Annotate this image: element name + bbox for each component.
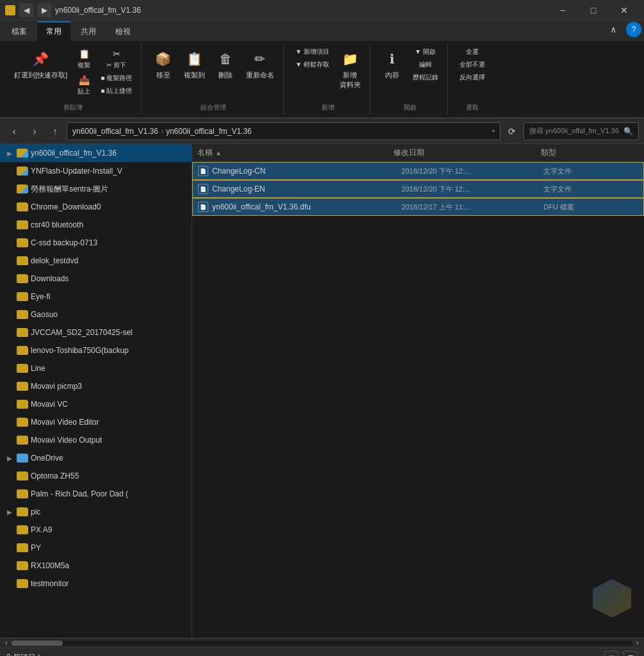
select-all-button[interactable]: 全選 — [456, 46, 489, 58]
sidebar-item-optoma[interactable]: Optoma ZH55 — [0, 467, 192, 485]
sidebar-item-eyefi[interactable]: Eye-fi — [0, 288, 192, 306]
sidebar-item-pxa9[interactable]: PX A9 — [0, 521, 192, 539]
close-button[interactable]: ✕ — [609, 0, 639, 20]
sidebar-item-gaosuo[interactable]: Gaosuo — [0, 306, 192, 324]
sidebar-item-csr40[interactable]: csr40 bluetooth — [0, 216, 192, 234]
folder-icon — [17, 167, 28, 176]
minimize-button[interactable]: − — [548, 0, 577, 20]
sidebar-item-onedrive[interactable]: ▶ OneDrive — [0, 449, 192, 467]
refresh-button[interactable]: ⟳ — [503, 122, 521, 140]
paste-shortcut-button[interactable]: ■ 貼上捷徑 — [97, 85, 136, 97]
chevron-icon: ▶ — [5, 509, 14, 516]
select-none-button[interactable]: 全部不選 — [456, 59, 489, 70]
paste-button[interactable]: 📥 貼上 — [74, 72, 94, 97]
sidebar-item-chrome[interactable]: Chrome_Download0 — [0, 198, 192, 216]
up-button[interactable]: ↑ — [46, 122, 64, 140]
sidebar-item-labor[interactable]: 勞務報酬單sentra-圖片 — [0, 180, 192, 198]
sidebar-item-lenovo[interactable]: lenovo-Toshiba750G(backup — [0, 341, 192, 359]
delete-button[interactable]: 🗑 刪除 — [211, 46, 240, 83]
scroll-thumb[interactable] — [12, 641, 63, 646]
copy-path-button[interactable]: ■ 複製路徑 — [97, 72, 136, 84]
path-part-1: yn600ii_offical_fm_V1.36 — [72, 127, 158, 136]
new-folder-button[interactable]: 📁 新增資料夾 — [336, 46, 365, 92]
edit-button[interactable]: 編輯 — [409, 59, 442, 70]
file-row[interactable]: 📄 yn600ii_offical_fm_V1.36.dfu 2018/12/1… — [192, 198, 644, 216]
sidebar-item-delok[interactable]: delok_testdvd — [0, 252, 192, 270]
sidebar-item-cssd[interactable]: C-ssd backup-0713 — [0, 234, 192, 252]
pin-to-quickaccess-button[interactable]: 📌 釘選到[快速存取] — [10, 46, 71, 83]
scroll-left-button[interactable]: ‹ — [1, 638, 12, 648]
search-box[interactable]: 搜尋 yn600ii_offal_fm_V1.36 🔍 — [524, 122, 639, 140]
sidebar-tree: ▶ yn600ii_offical_fm_V1.36 YNFlash-Updat… — [0, 144, 192, 637]
sidebar-item-line[interactable]: Line — [0, 359, 192, 377]
title-nav-back[interactable]: ◀ — [19, 3, 33, 17]
scroll-right-button[interactable]: › — [632, 638, 643, 648]
cut-button[interactable]: ✂ ✂ 剪下 — [97, 46, 136, 71]
tab-file[interactable]: 檔案 — [3, 22, 36, 41]
file-row[interactable]: 📄 ChangeLog-EN 2018/12/20 下午 12:... 文字文件 — [192, 180, 644, 198]
easy-access-button[interactable]: ▼ 輕鬆存取 — [292, 59, 333, 70]
sidebar-item-testmonitor[interactable]: testmonitor — [0, 575, 192, 593]
sidebar-item-palm[interactable]: Palm - Rich Dad, Poor Dad ( — [0, 485, 192, 503]
col-header-date[interactable]: 修改日期 — [393, 147, 541, 158]
help-button[interactable]: ? — [626, 22, 641, 37]
window-title: yn600ii_offical_fm_V1.36 — [55, 6, 141, 15]
forward-button[interactable]: › — [26, 122, 44, 140]
rename-icon: ✏ — [250, 49, 270, 69]
group-clipboard: 📌 釘選到[快速存取] 📋 複製 📥 貼上 ✂ — [5, 44, 142, 115]
new-item-button[interactable]: ▼ 新增項目 — [292, 46, 333, 58]
chevron-icon: ▶ — [5, 455, 14, 462]
tab-home[interactable]: 常用 — [37, 21, 70, 41]
group-organize: 📦 移至 📋 複製到 🗑 刪除 ✏ 重新命名 組合管理 — [144, 44, 284, 115]
move-icon: 📦 — [153, 49, 174, 69]
address-dropdown-arrow[interactable]: ▾ — [492, 128, 495, 134]
move-to-button[interactable]: 📦 移至 — [149, 46, 178, 83]
sidebar-item-yn600-offical[interactable]: ▶ yn600ii_offical_fm_V1.36 — [0, 144, 192, 162]
sidebar-item-ynflash[interactable]: YNFlash-Updater-Install_V — [0, 162, 192, 180]
sidebar-item-label: lenovo-Toshiba750G(backup — [31, 346, 129, 355]
folder-icon — [17, 543, 28, 552]
sidebar-item-rx100m5a[interactable]: RX100M5a — [0, 557, 192, 575]
tab-view[interactable]: 檢視 — [106, 22, 140, 41]
properties-button[interactable]: ℹ 內容 — [378, 46, 406, 83]
sort-arrow-icon: ▲ — [215, 149, 222, 156]
back-button[interactable]: ‹ — [5, 122, 23, 140]
copy-to-button[interactable]: 📋 複製到 — [180, 46, 209, 83]
sidebar-item-jvccam[interactable]: JVCCAM_SD2_20170425-sel — [0, 324, 192, 341]
grid-view-button[interactable]: ▦ — [604, 651, 618, 657]
rename-button[interactable]: ✏ 重新命名 — [242, 46, 278, 83]
horizontal-scrollbar[interactable]: ‹ › — [0, 637, 644, 648]
new-folder-icon: 📁 — [340, 49, 360, 69]
history-button[interactable]: 歷程記錄 — [409, 72, 442, 83]
folder-icon — [17, 149, 28, 158]
list-view-button[interactable]: ☰ — [623, 651, 638, 657]
search-icon[interactable]: 🔍 — [623, 127, 633, 136]
open-button[interactable]: ▼ 開啟 — [409, 46, 442, 58]
sidebar-item-py[interactable]: PY — [0, 539, 192, 557]
sidebar-item-pic[interactable]: ▶ pic — [0, 503, 192, 521]
cut-icon: ✂ — [110, 47, 123, 60]
invert-selection-button[interactable]: 反向選擇 — [456, 72, 489, 83]
sidebar-item-label: Movavi picmp3 — [31, 382, 82, 391]
sidebar-item-movavi-editor[interactable]: Movavi Video Editor — [0, 413, 192, 431]
group-open: ℹ 內容 ▼ 開啟 編輯 歷程記錄 開啟 — [373, 44, 448, 115]
copy-button[interactable]: 📋 複製 — [74, 46, 94, 71]
file-row[interactable]: 📄 ChangeLog-CN 2018/12/20 下午 12:... 文字文件 — [192, 162, 644, 180]
maximize-button[interactable]: □ — [579, 0, 608, 20]
file-type: 文字文件 — [543, 184, 638, 194]
col-header-type[interactable]: 類型 — [541, 147, 639, 158]
sidebar-item-downloads[interactable]: Downloads — [0, 270, 192, 288]
folder-icon — [17, 507, 28, 516]
title-nav-forward[interactable]: ▶ — [37, 3, 51, 17]
sidebar-item-movavi-picmp3[interactable]: Movavi picmp3 — [0, 377, 192, 395]
copy-paste-column: 📋 複製 📥 貼上 — [74, 46, 94, 97]
sidebar-item-movavi-output[interactable]: Movavi Video Output — [0, 431, 192, 449]
file-icon: 📄 — [198, 184, 208, 194]
sidebar-item-movavi-vc[interactable]: Movavi VC — [0, 395, 192, 413]
file-date: 2018/12/20 下午 12:... — [402, 184, 544, 194]
ribbon-collapse-btn[interactable]: ∧ — [604, 20, 622, 38]
col-header-name[interactable]: 名稱 ▲ — [197, 147, 393, 158]
address-path[interactable]: yn600ii_offical_fm_V1.36 › yn600ii_offic… — [67, 122, 500, 140]
sidebar-item-label: PX A9 — [31, 525, 52, 534]
tab-share[interactable]: 共用 — [72, 22, 105, 41]
